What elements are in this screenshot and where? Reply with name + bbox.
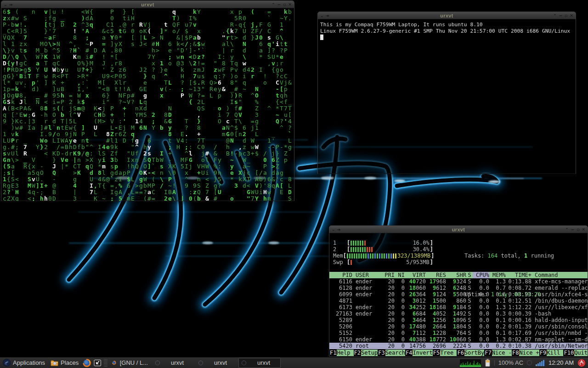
tray-urxvt-icon[interactable]: [527, 360, 532, 365]
close-icon[interactable]: ✕: [570, 12, 573, 19]
column-header-PRI[interactable]: PRI: [383, 272, 395, 278]
table-cell: 0.0: [473, 291, 489, 298]
column-header-USER[interactable]: USER: [352, 272, 383, 278]
fkey-F8[interactable]: F8Nice +: [512, 350, 539, 356]
clock[interactable]: 12:20 AM: [548, 359, 574, 366]
process-row-5289[interactable]: 5289200346412561096S0.00.10:00.16hald-ad…: [329, 317, 588, 323]
window-menu-icon[interactable]: ⌄: [4, 1, 7, 8]
window-urxvt-cmatrix: ⌄ ⇥ urxvt ⌃ − ▫ ✕ 6$ ( n v|u ! <W{ P } […: [1, 0, 294, 201]
fkey-F1[interactable]: F1Help: [329, 350, 354, 356]
table-cell: 9124: [426, 291, 446, 298]
table-cell: 0.0: [473, 317, 489, 323]
process-row-4871[interactable]: 487120030121500860S0.00.10:12.51/bin/dbu…: [329, 298, 588, 304]
column-header-TIME+[interactable]: TIME+: [506, 272, 531, 278]
matrix-row: g.#; 7 Y}2 /=BhDfb"^ I4e9k "^ hy ; H ;: …: [3, 144, 294, 150]
titlebar[interactable]: ⌄ ⇥ urxvt ⌃ − ▫ ✕: [318, 12, 576, 19]
window-menu-icon[interactable]: ⌄: [332, 226, 335, 233]
table-cell: 27163: [333, 310, 352, 317]
urxvt-icon: [155, 361, 160, 365]
htop-table-header[interactable]: PIDUSERPRINIVIRTRESSHRSCPU%MEM%TIME+Comm…: [329, 272, 588, 278]
maximize-icon[interactable]: ▫: [577, 226, 579, 233]
column-header-S[interactable]: S: [466, 272, 473, 278]
column-header-MEM%[interactable]: MEM%: [489, 272, 506, 278]
taskbar-window-3-urxvt[interactable]: urxvt: [238, 358, 281, 368]
fkey-F5[interactable]: F5Tree: [433, 350, 457, 356]
shade-icon[interactable]: ⌃: [565, 226, 569, 233]
process-row-27163[interactable]: 27163ender200668440521492S0.00.30:00.39-…: [329, 310, 588, 317]
column-header-CPU%[interactable]: CPU%: [473, 272, 489, 278]
power-quit-icon[interactable]: [577, 359, 586, 367]
window-pin-icon[interactable]: ⇥: [9, 1, 13, 8]
window-pin-icon[interactable]: ⇥: [326, 12, 329, 19]
firefox-launcher[interactable]: [81, 357, 92, 368]
table-cell: 5152: [333, 330, 352, 336]
process-row-5206[interactable]: 52062001748026641804S0.00.20:01.39/usr/s…: [329, 323, 588, 330]
panel-handle[interactable]: [104, 359, 107, 367]
titlebar[interactable]: ⌄ ⇥ urxvt ⌃ − ▫ ✕: [329, 226, 588, 233]
fkey-F3[interactable]: F3Search: [378, 350, 405, 356]
process-row-5152[interactable]: 515220071121228764S0.00.10:17.69/usr/sbi…: [329, 330, 588, 336]
table-cell: 17480: [405, 323, 426, 330]
fkey-F2[interactable]: F2Setup: [354, 350, 378, 356]
window-title: urxvt: [329, 227, 588, 232]
table-cell: 860: [446, 298, 466, 304]
fkey-F9[interactable]: F9Kill: [539, 350, 564, 356]
fkey-F6[interactable]: F6SortBy: [457, 350, 484, 356]
shade-icon[interactable]: ⌃: [271, 1, 275, 8]
column-header-Command[interactable]: Command: [531, 272, 588, 278]
window-pin-icon[interactable]: ⇥: [337, 226, 341, 233]
maximize-icon[interactable]: ▫: [283, 1, 286, 8]
close-icon[interactable]: ✕: [288, 1, 292, 8]
table-cell: ender: [352, 336, 383, 343]
column-header-SHR[interactable]: SHR: [446, 272, 466, 278]
table-cell: hald-addon-input:: [531, 317, 588, 323]
process-row-5420[interactable]: 5420root2001475626962224S0.00.20:10.38/u…: [329, 343, 588, 349]
network-signal-icon[interactable]: [536, 359, 545, 366]
process-row-6099[interactable]: 6099ender2002636491245500S0.00.60:03.93/…: [329, 291, 588, 298]
taskbar-window-1-urxvt[interactable]: urxvt: [152, 358, 194, 368]
column-header-PID[interactable]: PID: [333, 272, 352, 278]
fkey-F7[interactable]: F7Nice -: [484, 350, 512, 356]
table-cell: S: [466, 310, 473, 317]
places-menu[interactable]: Places: [48, 357, 81, 368]
app-launcher[interactable]: [92, 357, 103, 368]
table-cell: 20: [383, 330, 395, 336]
process-row-6173[interactable]: 6173ender20034252181689184S0.01.31:12.22…: [329, 304, 588, 310]
process-row-6128[interactable]: 6128ender2001806096126248S0.00.70:08.72e…: [329, 285, 588, 291]
taskbar-window-0-firefox[interactable]: [GNU / L...: [109, 358, 151, 368]
minimize-icon[interactable]: −: [559, 12, 563, 19]
matrix-row: l 1 zx MO\>N ^, ~P = ]yX s J< #H 6 k</;&…: [3, 41, 294, 47]
task-button-label: urxvt: [214, 359, 227, 366]
battery-icon[interactable]: [485, 359, 491, 367]
fkey-F4[interactable]: F4Invert: [405, 350, 433, 356]
cmatrix-terminal-screen[interactable]: 6$ ( n v|u ! <W{ P } [ q kY x p ( = kbzx…: [1, 8, 294, 201]
minimize-icon[interactable]: −: [277, 1, 281, 8]
matrix-row: q ['Ew;G -h O b (^V CHb + ! YM5 2 8D , i…: [3, 112, 294, 118]
matrix-row: P-bw!. [tj D 2 ^3q C1 .@ r RVj t QF u7v …: [3, 22, 294, 28]
fkey-F10[interactable]: F10Quit: [563, 350, 588, 356]
titlebar[interactable]: ⌄ ⇥ urxvt ⌃ − ▫ ✕: [1, 1, 294, 8]
maximize-icon[interactable]: ▫: [565, 12, 567, 19]
battery-status-label[interactable]: 100% AC: [498, 359, 523, 366]
column-header-NI[interactable]: NI: [395, 272, 405, 278]
column-header-RES[interactable]: RES: [426, 272, 446, 278]
process-row-6150[interactable]: 6150ender200403881877210060S0.01.30:02.8…: [329, 336, 588, 343]
applications-menu[interactable]: Applications: [0, 357, 48, 368]
cpu-graph-icon[interactable]: [460, 359, 481, 367]
table-cell: 1.3: [489, 278, 506, 285]
table-cell: [352, 317, 383, 323]
minimize-icon[interactable]: −: [571, 226, 575, 233]
table-cell: 20: [383, 285, 395, 291]
shell-terminal-screen[interactable]: This is my Compaq F759WM Laptop, It runs…: [318, 19, 576, 174]
process-row-6116[interactable]: 6116ender20040720179689324S0.01.30:13.88…: [329, 278, 588, 285]
table-cell: -bash: [531, 310, 588, 317]
window-menu-icon[interactable]: ⌄: [320, 12, 324, 19]
htop-terminal-screen[interactable]: 1[16.0%]2[30.4%]Mem[323/1389MB]Swp[5/953…: [329, 233, 588, 356]
shade-icon[interactable]: ⌃: [553, 12, 557, 19]
taskbar-window-2-urxvt[interactable]: urxvt: [195, 358, 237, 368]
table-cell: 20: [383, 323, 395, 330]
column-header-VIRT[interactable]: VIRT: [405, 272, 426, 278]
matrix-row: gG}'BiT F w R<PT >R* U9<P05 } q ^ H 7us …: [3, 73, 294, 80]
close-icon[interactable]: ✕: [582, 226, 585, 233]
shell-line: This is my Compaq F759WM Laptop, It runs…: [320, 22, 483, 28]
